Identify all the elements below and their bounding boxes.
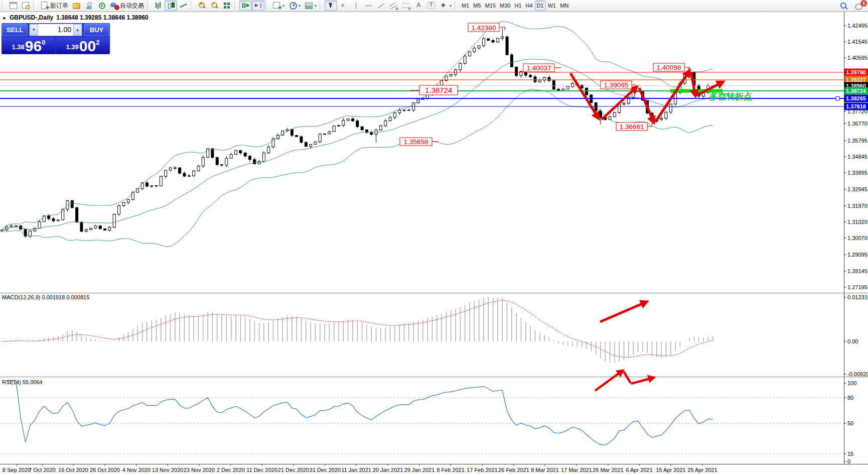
vline-button[interactable] bbox=[350, 1, 362, 11]
text-label-button[interactable]: T bbox=[425, 1, 438, 11]
notification-badge: 1 bbox=[860, 0, 867, 7]
timeframe-d1-button[interactable]: D1 bbox=[535, 1, 546, 11]
label-connector bbox=[499, 27, 505, 30]
accounts-button[interactable] bbox=[83, 1, 95, 11]
date-label: 13 Nov 2020 bbox=[152, 467, 183, 473]
date-axis: 8 Sep 20207 Oct 202016 Oct 202026 Oct 20… bbox=[3, 464, 717, 473]
cursor-icon bbox=[327, 2, 335, 10]
signals-icon bbox=[97, 2, 106, 10]
axis-tick-label: 1.30070 bbox=[847, 235, 867, 241]
timeframe-w1-button[interactable]: W1 bbox=[546, 1, 558, 11]
history-center-button[interactable] bbox=[70, 1, 83, 11]
volume-down-button[interactable]: ▼ bbox=[30, 24, 38, 36]
date-label: 11 Jan 2021 bbox=[341, 467, 371, 473]
buy-price-small: 1.39 bbox=[66, 43, 79, 51]
volume-up-button[interactable]: ▲ bbox=[73, 24, 82, 36]
timeframe-mn-button[interactable]: MN bbox=[558, 1, 570, 11]
volume-input[interactable]: 1.00 bbox=[38, 24, 73, 36]
date-label: 29 Jan 2021 bbox=[404, 467, 435, 473]
chevron-down-icon: ▾ bbox=[315, 4, 317, 8]
rsi-axis-label: 15 bbox=[847, 451, 853, 457]
auto-scroll-icon: ▶ bbox=[241, 2, 250, 10]
bar-chart-icon bbox=[154, 2, 163, 10]
axis-tick-label: 1.40595 bbox=[847, 55, 867, 61]
date-label: 17 Mar 2021 bbox=[561, 467, 592, 473]
chart-window-button[interactable] bbox=[7, 1, 20, 11]
crosshair-icon: + bbox=[339, 2, 348, 10]
candlestick-button[interactable] bbox=[165, 1, 177, 11]
candlesticks bbox=[1, 21, 714, 247]
timeframe-m1-button[interactable]: M1 bbox=[460, 1, 471, 11]
timeframe-m15-button[interactable]: M15 bbox=[483, 1, 498, 11]
templates-button[interactable]: ▾ bbox=[303, 1, 319, 11]
buy-price-sup: 2 bbox=[96, 39, 99, 46]
candlestick-icon bbox=[167, 2, 175, 10]
date-label: 25 Apr 2021 bbox=[687, 467, 717, 473]
rsi-label: RSI(14) 55.0064 bbox=[2, 379, 43, 385]
text-button[interactable]: A bbox=[412, 1, 425, 11]
crosshair-button[interactable]: + bbox=[337, 1, 350, 11]
price-chart[interactable]: 多空转折点1.423801.400371.390951.400981.38724… bbox=[0, 0, 868, 475]
trend-arrow bbox=[655, 71, 689, 122]
axis-tick-label: 1.33895 bbox=[847, 170, 867, 176]
timeframe-m30-button[interactable]: M30 bbox=[498, 1, 512, 11]
search-button[interactable] bbox=[837, 1, 850, 11]
tile-windows-button[interactable] bbox=[221, 1, 233, 11]
bar-chart-button[interactable] bbox=[152, 1, 165, 11]
sell-price-small: 1.38 bbox=[12, 43, 25, 51]
profile-window-icon bbox=[22, 2, 30, 10]
zoom-out-icon: − bbox=[210, 2, 219, 10]
history-center-icon bbox=[72, 2, 81, 10]
timeframe-m5-button[interactable]: M5 bbox=[471, 1, 483, 11]
rsi-line bbox=[7, 381, 712, 445]
rsi-arrow bbox=[624, 372, 631, 383]
date-label: 8 Sep 2020 bbox=[3, 467, 31, 473]
sell-price[interactable]: 1.38 96 0 bbox=[2, 37, 55, 54]
periods-button[interactable]: ▾ bbox=[286, 1, 303, 11]
chat-button[interactable]: 1 bbox=[853, 1, 865, 11]
profile-window-button[interactable] bbox=[20, 1, 32, 11]
date-label: 4 Nov 2020 bbox=[122, 467, 151, 473]
price-annotation: 1.35658 bbox=[404, 138, 428, 146]
fibonacci-button[interactable]: F bbox=[400, 1, 412, 11]
sell-price-sup: 0 bbox=[42, 39, 45, 46]
buy-price-big: 00 bbox=[79, 40, 96, 53]
zoom-out-button[interactable]: − bbox=[208, 1, 221, 11]
indicators-button[interactable]: ▾ bbox=[270, 1, 286, 11]
timeframe-h4-button[interactable]: H4 bbox=[524, 1, 535, 11]
axis-tick-label: 1.36770 bbox=[847, 121, 867, 127]
text-label-icon: T bbox=[427, 2, 436, 10]
trendline-button[interactable] bbox=[375, 1, 387, 11]
date-label: 31 Dec 2020 bbox=[310, 467, 341, 473]
cursor-button[interactable] bbox=[325, 1, 337, 11]
turning-point-note: 多空转折点 bbox=[709, 91, 752, 101]
chart-shift-button[interactable]: ▶ bbox=[252, 1, 264, 11]
date-label: 2 Dec 2020 bbox=[217, 467, 245, 473]
line-handle bbox=[836, 97, 839, 100]
autotrading-button[interactable]: 自动交易 bbox=[108, 1, 146, 11]
zoom-in-button[interactable]: + bbox=[196, 1, 208, 11]
channel-icon: E bbox=[389, 2, 398, 10]
chevron-down-icon: ▾ bbox=[282, 4, 284, 8]
macd-arrow bbox=[600, 302, 647, 322]
one-click-trading-panel: SELL ▼ 1.00 ▲ BUY 1.38 96 0 1.39 00 2 bbox=[2, 23, 110, 54]
auto-scroll-button[interactable]: ▶ bbox=[239, 1, 252, 11]
new-order-button[interactable]: 新订单 bbox=[38, 1, 70, 11]
signals-button[interactable] bbox=[95, 1, 108, 11]
indicators-icon bbox=[272, 2, 281, 10]
shapes-button[interactable]: ◆▾ bbox=[438, 1, 454, 11]
timeframe-h1-button[interactable]: H1 bbox=[512, 1, 523, 11]
mt4-window: 新订单自动交易+−▶▶▾▾▾+EFAT◆▾M1M5M15M30H1H4D1W1M… bbox=[0, 0, 868, 475]
line-chart-button[interactable] bbox=[177, 1, 190, 11]
date-label: 8 Feb 2021 bbox=[437, 467, 465, 473]
sell-button[interactable]: SELL bbox=[2, 24, 28, 36]
buy-button[interactable]: BUY bbox=[84, 24, 109, 36]
chart-window-icon bbox=[9, 2, 18, 10]
hline-button[interactable] bbox=[362, 1, 375, 11]
macd-axis-label: -0.009201 bbox=[847, 371, 868, 377]
line-chart-icon bbox=[179, 2, 188, 10]
templates-icon bbox=[305, 2, 313, 10]
rsi-axis-label: 100 bbox=[847, 380, 856, 386]
channel-button[interactable]: E bbox=[387, 1, 400, 11]
buy-price[interactable]: 1.39 00 2 bbox=[56, 37, 109, 54]
